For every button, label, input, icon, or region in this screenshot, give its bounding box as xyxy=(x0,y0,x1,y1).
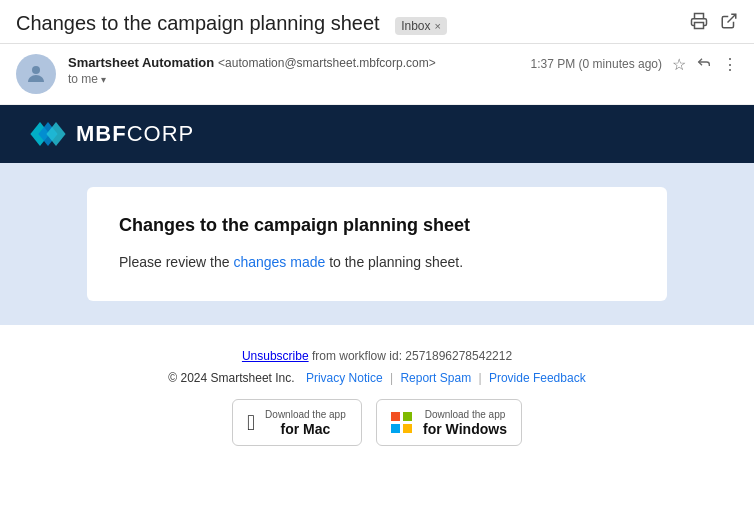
email-content-wrapper: Changes to the campaign planning sheet P… xyxy=(0,163,754,325)
mac-app-name: for Mac xyxy=(265,421,346,437)
card-body-prefix: Please review the xyxy=(119,254,233,270)
email-footer: Unsubscribe from workflow id: 2571896278… xyxy=(0,325,754,466)
email-card-title: Changes to the campaign planning sheet xyxy=(119,215,635,236)
win-sq-yellow xyxy=(403,424,412,433)
star-icon[interactable]: ☆ xyxy=(672,55,686,74)
email-header: Changes to the campaign planning sheet I… xyxy=(0,0,754,44)
mbf-logo-icon xyxy=(30,122,66,146)
inbox-label: Inbox xyxy=(401,19,430,33)
app-buttons:  Download the app for Mac Download the … xyxy=(16,399,738,446)
to-label: to me xyxy=(68,72,98,86)
separator-3: | xyxy=(478,371,484,385)
svg-line-1 xyxy=(728,14,736,22)
more-options-icon[interactable]: ⋮ xyxy=(722,55,738,74)
mac-app-text: Download the app for Mac xyxy=(265,408,346,437)
win-sq-blue xyxy=(391,424,400,433)
email-card-body: Please review the changes made to the pl… xyxy=(119,252,635,273)
inbox-close-icon[interactable]: × xyxy=(435,20,441,32)
mbf-corp-label: MBFCORP xyxy=(76,121,194,147)
copyright-text: © 2024 Smartsheet Inc. xyxy=(168,371,294,385)
email-card: Changes to the campaign planning sheet P… xyxy=(87,187,667,301)
windows-icon xyxy=(391,412,413,434)
win-sq-red xyxy=(391,412,400,421)
sender-info: Smartsheet Automation <automation@smarts… xyxy=(68,54,531,86)
subject-text: Changes to the campaign planning sheet xyxy=(16,12,380,34)
apple-icon:  xyxy=(247,412,255,434)
sender-email: <automation@smartsheet.mbfcorp.com> xyxy=(218,56,436,70)
card-body-suffix: to the planning sheet. xyxy=(325,254,463,270)
card-body-link[interactable]: changes made xyxy=(233,254,325,270)
mbf-header: MBFCORP xyxy=(0,105,754,163)
mac-download-label: Download the app xyxy=(265,408,346,421)
win-download-label: Download the app xyxy=(423,408,507,421)
separator-2: | xyxy=(390,371,396,385)
feedback-link[interactable]: Provide Feedback xyxy=(489,371,586,385)
header-actions xyxy=(690,12,738,35)
sender-to: to me ▾ xyxy=(68,72,531,86)
sender-name: Smartsheet Automation xyxy=(68,55,214,70)
win-app-name: for Windows xyxy=(423,421,507,437)
sender-row: Smartsheet Automation <automation@smarts… xyxy=(0,44,754,105)
reply-icon[interactable] xyxy=(696,54,712,74)
avatar xyxy=(16,54,56,94)
email-action-icons: ☆ ⋮ xyxy=(672,54,738,74)
email-time-area: 1:37 PM (0 minutes ago) ☆ ⋮ xyxy=(531,54,738,74)
inbox-badge[interactable]: Inbox × xyxy=(395,17,447,35)
footer-links: © 2024 Smartsheet Inc. Privacy Notice | … xyxy=(16,371,738,385)
email-subject: Changes to the campaign planning sheet I… xyxy=(16,12,690,35)
unsubscribe-link[interactable]: Unsubscribe xyxy=(242,349,309,363)
unsubscribe-suffix: from workflow id: 2571896278542212 xyxy=(309,349,512,363)
report-spam-link[interactable]: Report Spam xyxy=(400,371,471,385)
popout-icon[interactable] xyxy=(720,12,738,35)
mbf-logo: MBFCORP xyxy=(30,121,194,147)
chevron-down-icon[interactable]: ▾ xyxy=(101,74,106,85)
unsubscribe-row: Unsubscribe from workflow id: 2571896278… xyxy=(16,349,738,363)
win-app-text: Download the app for Windows xyxy=(423,408,507,437)
svg-point-2 xyxy=(32,66,40,74)
mbf-light: CORP xyxy=(127,121,195,146)
email-body: MBFCORP Changes to the campaign planning… xyxy=(0,105,754,325)
privacy-link[interactable]: Privacy Notice xyxy=(306,371,383,385)
email-timestamp: 1:37 PM (0 minutes ago) xyxy=(531,57,662,71)
mbf-bold: MBF xyxy=(76,121,127,146)
windows-app-button[interactable]: Download the app for Windows xyxy=(376,399,522,446)
print-icon[interactable] xyxy=(690,12,708,35)
mac-app-button[interactable]:  Download the app for Mac xyxy=(232,399,362,446)
win-sq-green xyxy=(403,412,412,421)
svg-rect-0 xyxy=(695,23,704,29)
